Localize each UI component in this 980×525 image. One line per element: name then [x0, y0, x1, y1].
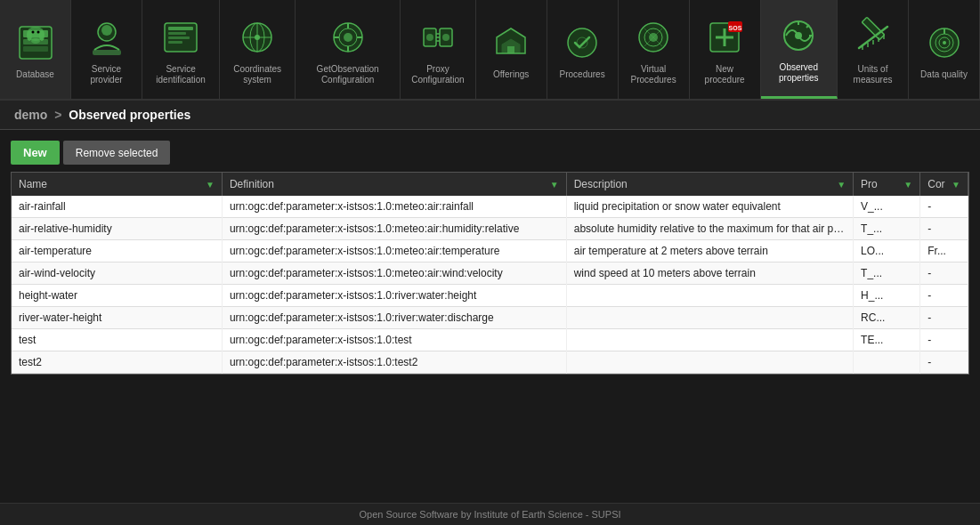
- name-filter-icon[interactable]: ▼: [206, 180, 215, 190]
- service-provider-icon: [84, 14, 130, 61]
- nav-proxy[interactable]: Proxy Configuration: [401, 0, 475, 99]
- getobs-icon: [325, 14, 371, 61]
- service-id-icon: [158, 14, 204, 61]
- cell-cor-6: -: [920, 329, 968, 351]
- data-table-container: Name ▼ Definition ▼ Description ▼: [11, 172, 969, 375]
- cell-description-3: wind speed at 10 meters above terrain: [566, 262, 853, 285]
- cell-description-5: [566, 307, 853, 329]
- svg-point-11: [101, 25, 112, 36]
- nav-units-measures[interactable]: Units of measures: [838, 0, 909, 99]
- cell-name-7: test2: [12, 351, 222, 374]
- nav-bar: Database Service provider Service identi…: [0, 0, 980, 101]
- col-header-definition[interactable]: Definition ▼: [222, 173, 566, 196]
- description-filter-icon[interactable]: ▼: [837, 180, 846, 190]
- svg-point-46: [795, 32, 802, 39]
- cell-pro-1: T_...: [854, 218, 920, 240]
- nav-service-provider-label: Service provider: [78, 64, 134, 85]
- main-content: New Remove selected Name ▼ Definition: [0, 130, 980, 385]
- definition-filter-icon[interactable]: ▼: [550, 180, 559, 190]
- cell-cor-3: -: [920, 262, 968, 285]
- table-row[interactable]: river-water-heighturn:ogc:def:parameter:…: [12, 307, 968, 329]
- cell-pro-2: LO...: [854, 240, 920, 262]
- cell-description-7: [566, 351, 853, 374]
- svg-point-7: [31, 38, 40, 44]
- table-row[interactable]: air-temperatureurn:ogc:def:parameter:x-i…: [12, 240, 968, 262]
- cell-cor-0: -: [920, 196, 968, 218]
- nav-getobservation[interactable]: GetObservation Configuration: [296, 0, 401, 99]
- cell-definition-3: urn:ogc:def:parameter:x-istsos:1.0:meteo…: [222, 262, 566, 285]
- svg-rect-3: [23, 46, 48, 52]
- cell-pro-6: TE...: [854, 329, 920, 351]
- nav-virtual-procedures[interactable]: Virtual Procedures: [619, 0, 690, 99]
- nav-units-label: Units of measures: [845, 64, 901, 85]
- svg-point-32: [426, 34, 433, 41]
- new-button[interactable]: New: [11, 141, 60, 165]
- nav-observed-properties[interactable]: Observed properties: [761, 0, 838, 99]
- table-row[interactable]: air-wind-velocityurn:ogc:def:parameter:x…: [12, 262, 968, 285]
- observed-icon: [775, 12, 822, 59]
- new-proc-icon: SOS: [701, 14, 748, 61]
- cell-pro-0: V_...: [854, 196, 920, 218]
- toolbar: New Remove selected: [11, 141, 969, 165]
- procedures-icon: [559, 20, 605, 66]
- svg-rect-15: [168, 32, 186, 35]
- cell-pro-3: T_...: [854, 262, 920, 285]
- col-header-pro[interactable]: Pro ▼: [854, 173, 920, 196]
- pro-filter-icon[interactable]: ▼: [903, 180, 912, 190]
- offerings-icon: [488, 20, 534, 66]
- svg-point-9: [36, 30, 39, 33]
- col-header-description[interactable]: Description ▼: [566, 173, 853, 196]
- nav-database-label: Database: [16, 69, 54, 80]
- cell-description-6: [566, 329, 853, 351]
- nav-service-provider[interactable]: Service provider: [71, 0, 142, 99]
- footer: Open Source Software by Institute of Ear…: [0, 503, 980, 525]
- nav-procedures-label: Procedures: [560, 69, 605, 80]
- table-row[interactable]: air-relative-humidityurn:ogc:def:paramet…: [12, 218, 968, 240]
- coordinates-icon: [234, 14, 280, 61]
- svg-point-5: [27, 30, 32, 41]
- nav-offerings[interactable]: Offerings: [476, 0, 547, 99]
- footer-text: Open Source Software by Institute of Ear…: [359, 509, 620, 520]
- nav-new-procedure[interactable]: SOS New procedure: [690, 0, 761, 99]
- nav-coordinates-label: Coordinates system: [227, 64, 288, 85]
- cell-name-1: air-relative-humidity: [12, 218, 222, 240]
- cell-pro-7: [854, 351, 920, 374]
- cell-name-4: height-water: [12, 285, 222, 307]
- cell-description-2: air temperature at 2 meters above terrai…: [566, 240, 853, 262]
- cell-cor-1: -: [920, 218, 968, 240]
- nav-data-quality-label: Data quality: [920, 69, 968, 80]
- col-header-name[interactable]: Name ▼: [12, 173, 222, 196]
- cell-name-6: test: [12, 329, 222, 351]
- svg-rect-16: [168, 36, 190, 39]
- cell-name-0: air-rainfall: [12, 196, 222, 218]
- nav-service-identification[interactable]: Service identification: [142, 0, 220, 99]
- svg-point-22: [255, 35, 260, 40]
- cor-filter-icon[interactable]: ▼: [952, 180, 960, 190]
- svg-rect-17: [168, 41, 182, 44]
- breadcrumb: demo > Observed properties: [0, 101, 980, 130]
- nav-database[interactable]: Database: [0, 0, 71, 99]
- virtual-proc-icon: [630, 14, 676, 61]
- database-icon: [12, 20, 59, 66]
- table-row[interactable]: test2urn:ogc:def:parameter:x-istsos:1.0:…: [12, 351, 968, 374]
- cell-description-1: absolute humidity relative to the maximu…: [566, 218, 853, 240]
- nav-procedures[interactable]: Procedures: [547, 0, 619, 99]
- nav-data-quality[interactable]: Data quality: [909, 0, 980, 99]
- cell-definition-1: urn:ogc:def:parameter:x-istsos:1.0:meteo…: [222, 218, 566, 240]
- table-body: air-rainfallurn:ogc:def:parameter:x-ists…: [12, 196, 968, 374]
- table-row[interactable]: height-waterurn:ogc:def:parameter:x-ists…: [12, 285, 968, 307]
- table-row[interactable]: testurn:ogc:def:parameter:x-istsos:1.0:t…: [12, 329, 968, 351]
- svg-point-33: [442, 34, 450, 41]
- proxy-icon: [415, 14, 461, 61]
- cell-name-5: river-water-height: [12, 307, 222, 329]
- col-header-cor[interactable]: Cor ▼: [920, 173, 968, 196]
- nav-new-proc-label: New procedure: [697, 64, 753, 85]
- nav-virtual-proc-label: Virtual Procedures: [626, 64, 682, 85]
- nav-coordinates[interactable]: Coordinates system: [220, 0, 296, 99]
- svg-rect-12: [93, 50, 121, 55]
- svg-point-35: [568, 28, 596, 57]
- svg-point-8: [31, 30, 34, 33]
- cell-cor-4: -: [920, 285, 968, 307]
- table-row[interactable]: air-rainfallurn:ogc:def:parameter:x-ists…: [12, 196, 968, 218]
- remove-selected-button[interactable]: Remove selected: [63, 141, 171, 165]
